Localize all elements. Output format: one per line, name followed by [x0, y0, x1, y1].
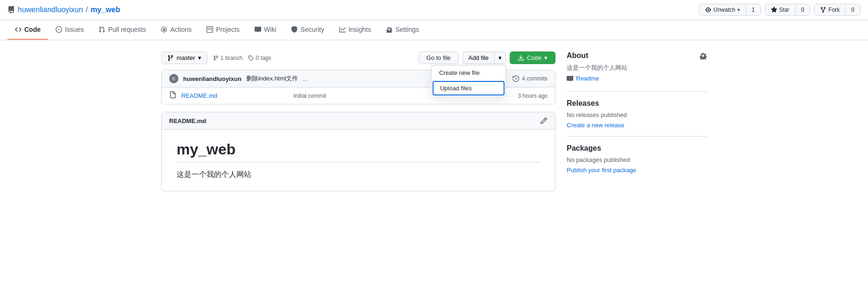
document-icon: [169, 91, 177, 99]
unwatch-group: Unwatch ▾ 1: [699, 4, 761, 16]
fork-button[interactable]: Fork: [814, 4, 846, 15]
graph-icon: [339, 26, 346, 33]
file-icon: [169, 91, 177, 100]
create-new-file-option[interactable]: Create new file: [432, 66, 505, 80]
branch-count: 1: [221, 55, 224, 61]
nav-item-insights[interactable]: Insights: [332, 20, 378, 40]
branch-selector[interactable]: master ▾: [161, 51, 207, 64]
nav-item-code[interactable]: Code: [7, 20, 48, 40]
fork-group: Fork 0: [814, 4, 861, 16]
branch-count-tag[interactable]: 1 branch: [213, 55, 242, 61]
toolbar-right: Go to file Add file ▾ Create new file Up…: [419, 51, 555, 64]
readme-filename: README.md: [169, 117, 206, 124]
star-label: Star: [779, 7, 790, 13]
add-file-dropdown: Add file ▾ Create new file Upload files: [462, 51, 506, 64]
unwatch-button[interactable]: Unwatch ▾: [699, 4, 746, 15]
repo-toolbar: master ▾ 1 branch 0 tags Go to file: [161, 51, 555, 64]
eye-icon: [705, 7, 711, 13]
create-new-file-label: Create new file: [439, 69, 480, 76]
nav-item-issues[interactable]: Issues: [48, 20, 91, 40]
star-group: Star 0: [765, 4, 811, 16]
releases-title: Releases: [567, 99, 707, 108]
code-button[interactable]: Code ▾: [510, 51, 555, 64]
about-title: About: [567, 51, 707, 60]
branch-name: master: [177, 54, 195, 61]
packages-title: Packages: [567, 144, 707, 153]
commit-author[interactable]: huwenliandluoyixun: [183, 75, 242, 82]
readme-section: README.md my_web 这是一个我的个人网站: [161, 112, 555, 191]
issue-icon: [56, 26, 62, 33]
commits-count[interactable]: 4 commits: [522, 75, 548, 82]
tags-count: 0: [256, 55, 259, 61]
repo-name[interactable]: my_web: [91, 6, 120, 14]
releases-empty-text: No releases published: [567, 111, 707, 118]
commit-dots[interactable]: ...: [303, 75, 308, 82]
star-icon: [771, 7, 777, 13]
shield-icon: [291, 26, 298, 33]
nav-item-pull-requests[interactable]: Pull requests: [91, 20, 153, 40]
star-count[interactable]: 0: [796, 4, 810, 15]
download-icon: [518, 55, 524, 61]
star-button[interactable]: Star: [765, 4, 796, 15]
file-name[interactable]: README.md: [181, 92, 293, 99]
about-section: About 这是一个我的个人网站 Readme: [567, 51, 707, 92]
sidebar: About 这是一个我的个人网站 Readme Releases No rele…: [567, 51, 707, 191]
code-label: Code: [527, 54, 541, 61]
add-file-main-button[interactable]: Add file: [462, 51, 494, 64]
edit-icon[interactable]: [540, 117, 548, 124]
projects-icon: [206, 26, 213, 33]
toolbar-left: master ▾ 1 branch 0 tags: [161, 51, 271, 64]
nav-item-settings[interactable]: Settings: [378, 20, 427, 40]
repo-content: master ▾ 1 branch 0 tags Go to file: [161, 51, 555, 191]
packages-label: Packages: [567, 144, 601, 153]
code-caret: ▾: [544, 54, 548, 61]
pr-icon: [99, 26, 105, 33]
add-file-caret-button[interactable]: ▾: [494, 51, 506, 64]
actions-icon: [161, 26, 167, 33]
about-gear-icon[interactable]: [699, 52, 707, 59]
fork-count[interactable]: 0: [846, 4, 860, 15]
nav-item-actions[interactable]: Actions: [153, 20, 199, 40]
readme-title: my_web: [177, 141, 540, 162]
tags-label: tags: [261, 55, 271, 61]
unwatch-count[interactable]: 1: [746, 4, 761, 15]
add-file-menu: Create new file Upload files: [431, 65, 506, 97]
file-time: 3 hours ago: [518, 93, 548, 99]
commit-meta: 4 commits: [512, 75, 548, 82]
fork-icon: [820, 7, 826, 13]
readme-description: 这是一个我的个人网站: [177, 170, 540, 180]
branch-icon: [167, 55, 174, 61]
repo-title: huwenliandluoyixun / my_web: [7, 6, 120, 14]
wiki-icon: [255, 26, 261, 33]
settings-icon: [386, 26, 392, 33]
nav-item-projects[interactable]: Projects: [199, 20, 247, 40]
readme-link-row: Readme: [567, 75, 707, 82]
readme-link[interactable]: Readme: [576, 75, 599, 82]
branch-caret: ▾: [198, 54, 201, 61]
publish-package-link[interactable]: Publish your first package: [567, 167, 636, 174]
nav-item-security[interactable]: Security: [284, 20, 332, 40]
go-to-file-button[interactable]: Go to file: [419, 51, 459, 64]
unwatch-label: Unwatch: [713, 7, 735, 13]
nav-item-wiki[interactable]: Wiki: [247, 20, 284, 40]
readme-header: README.md: [162, 112, 555, 130]
header-actions: Unwatch ▾ 1 Star 0 Fork 0: [699, 4, 861, 16]
upload-files-option[interactable]: Upload files: [433, 81, 505, 95]
packages-section: Packages No packages published Publish y…: [567, 144, 707, 181]
separator: /: [86, 6, 88, 14]
repo-owner[interactable]: huwenliandluoyixun: [18, 6, 83, 14]
commit-avatar: h: [169, 74, 178, 83]
book-icon: [567, 75, 573, 82]
repo-nav: Code Issues Pull requests Actions Projec…: [0, 20, 868, 40]
about-description: 这是一个我的个人网站: [567, 64, 707, 72]
about-label: About: [567, 51, 588, 60]
branch-label: branch: [225, 55, 242, 61]
branch-meta-icon: [213, 55, 219, 61]
tags-count-tag[interactable]: 0 tags: [248, 55, 271, 61]
commits-icon: [512, 75, 519, 82]
releases-section: Releases No releases published Create a …: [567, 99, 707, 137]
readme-body: my_web 这是一个我的个人网站: [162, 130, 555, 191]
packages-empty-text: No packages published: [567, 156, 707, 163]
create-release-link[interactable]: Create a new release: [567, 122, 625, 129]
repo-icon: [7, 6, 15, 14]
